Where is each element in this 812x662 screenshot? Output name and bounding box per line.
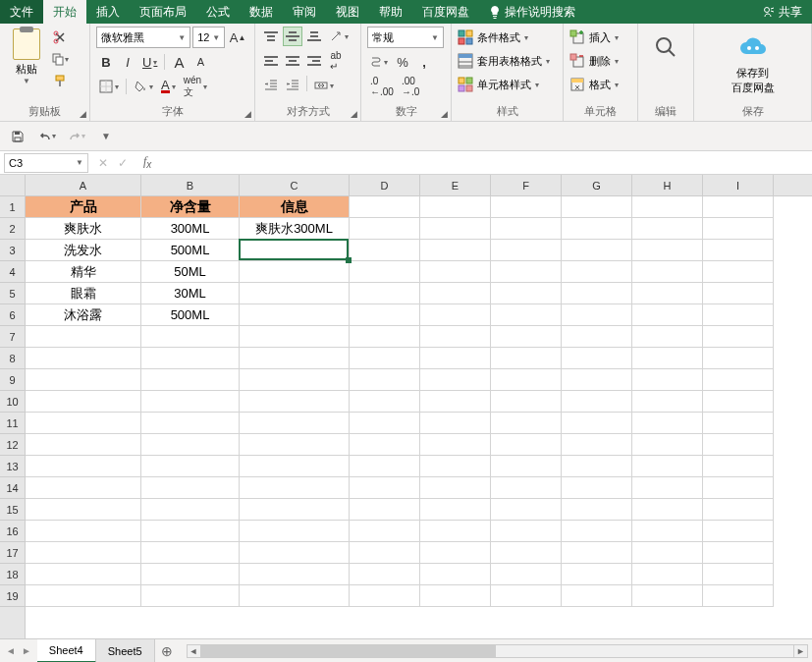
name-box[interactable]: C3 ▼ bbox=[4, 153, 88, 173]
cell-I17[interactable] bbox=[703, 542, 774, 564]
cell-F6[interactable] bbox=[491, 304, 562, 326]
cell-H9[interactable] bbox=[632, 369, 703, 391]
cancel-formula-icon[interactable]: ✕ bbox=[98, 156, 108, 170]
cell-G14[interactable] bbox=[562, 477, 632, 499]
cell-F12[interactable] bbox=[491, 434, 562, 456]
cell-H14[interactable] bbox=[632, 477, 703, 499]
cell-H4[interactable] bbox=[632, 261, 703, 283]
row-header-5[interactable]: 5 bbox=[0, 283, 25, 304]
cell-E12[interactable] bbox=[420, 434, 491, 456]
alignment-launcher-icon[interactable]: ◢ bbox=[351, 109, 357, 119]
insert-cells-button[interactable]: 插入▾ bbox=[569, 27, 631, 48]
cell-G3[interactable] bbox=[562, 240, 632, 261]
hscroll-right-icon[interactable]: ► bbox=[793, 645, 807, 657]
cell-I18[interactable] bbox=[703, 564, 774, 585]
cell-C11[interactable] bbox=[240, 413, 350, 434]
row-header-16[interactable]: 16 bbox=[0, 521, 25, 542]
cell-F15[interactable] bbox=[491, 499, 562, 521]
cell-D14[interactable] bbox=[350, 477, 420, 499]
decrease-indent-button[interactable] bbox=[261, 76, 281, 95]
cell-H6[interactable] bbox=[632, 304, 703, 326]
cell-I16[interactable] bbox=[703, 521, 774, 542]
cell-I4[interactable] bbox=[703, 261, 774, 283]
menu-page-layout[interactable]: 页面布局 bbox=[130, 0, 196, 24]
cell-C4[interactable] bbox=[240, 261, 350, 283]
cell-H17[interactable] bbox=[632, 542, 703, 564]
fill-color-button[interactable]: ▾ bbox=[131, 77, 156, 96]
cell-E19[interactable] bbox=[420, 585, 491, 607]
underline-button[interactable]: U▾ bbox=[139, 52, 160, 72]
row-header-10[interactable]: 10 bbox=[0, 391, 25, 413]
cell-E5[interactable] bbox=[420, 283, 491, 304]
cell-C8[interactable] bbox=[240, 348, 350, 369]
cell-B1[interactable]: 净含量 bbox=[141, 196, 240, 218]
cell-E14[interactable] bbox=[420, 477, 491, 499]
cell-G9[interactable] bbox=[562, 369, 632, 391]
select-all-corner[interactable] bbox=[0, 175, 26, 195]
cell-B2[interactable]: 300ML bbox=[141, 218, 240, 240]
cell-C16[interactable] bbox=[240, 521, 350, 542]
menu-help[interactable]: 帮助 bbox=[369, 0, 412, 24]
cell-H18[interactable] bbox=[632, 564, 703, 585]
increase-decimal-button[interactable]: .0←.00 bbox=[367, 77, 397, 96]
hscroll-thumb[interactable] bbox=[201, 645, 496, 657]
cell-H19[interactable] bbox=[632, 585, 703, 607]
cell-A13[interactable] bbox=[26, 456, 141, 477]
cell-D19[interactable] bbox=[350, 585, 420, 607]
align-top-button[interactable] bbox=[261, 27, 281, 46]
cell-F3[interactable] bbox=[491, 240, 562, 261]
copy-icon[interactable]: ▾ bbox=[51, 50, 69, 68]
column-header-C[interactable]: C bbox=[240, 175, 350, 195]
menu-home[interactable]: 开始 bbox=[43, 0, 86, 24]
cell-D2[interactable] bbox=[350, 218, 420, 240]
cell-A10[interactable] bbox=[26, 391, 141, 413]
cell-B4[interactable]: 50ML bbox=[141, 261, 240, 283]
cell-E8[interactable] bbox=[420, 348, 491, 369]
cell-H13[interactable] bbox=[632, 456, 703, 477]
cell-D11[interactable] bbox=[350, 413, 420, 434]
cell-C10[interactable] bbox=[240, 391, 350, 413]
cell-C5[interactable] bbox=[240, 283, 350, 304]
cell-G5[interactable] bbox=[562, 283, 632, 304]
cell-G15[interactable] bbox=[562, 499, 632, 521]
column-header-D[interactable]: D bbox=[350, 175, 420, 195]
font-name-combo[interactable]: 微软雅黑 ▼ bbox=[96, 27, 190, 48]
phonetic-button[interactable]: wén文▾ bbox=[181, 77, 210, 96]
menu-file[interactable]: 文件 bbox=[0, 0, 43, 24]
cell-F14[interactable] bbox=[491, 477, 562, 499]
cell-F8[interactable] bbox=[491, 348, 562, 369]
clipboard-launcher-icon[interactable]: ◢ bbox=[80, 109, 86, 119]
cell-A5[interactable]: 眼霜 bbox=[26, 283, 141, 304]
column-header-H[interactable]: H bbox=[632, 175, 703, 195]
cell-A19[interactable] bbox=[26, 585, 141, 607]
cell-D12[interactable] bbox=[350, 434, 420, 456]
save-to-cloud-button[interactable]: 保存到 百度网盘 bbox=[700, 27, 805, 95]
cell-B8[interactable] bbox=[141, 348, 240, 369]
cell-F16[interactable] bbox=[491, 521, 562, 542]
cell-I10[interactable] bbox=[703, 391, 774, 413]
cell-F13[interactable] bbox=[491, 456, 562, 477]
cut-icon[interactable] bbox=[51, 28, 69, 46]
cell-G10[interactable] bbox=[562, 391, 632, 413]
cell-G2[interactable] bbox=[562, 218, 632, 240]
align-right-button[interactable] bbox=[304, 51, 324, 71]
cell-F18[interactable] bbox=[491, 564, 562, 585]
cell-E3[interactable] bbox=[420, 240, 491, 261]
cell-C18[interactable] bbox=[240, 564, 350, 585]
cell-I8[interactable] bbox=[703, 348, 774, 369]
cell-H11[interactable] bbox=[632, 413, 703, 434]
cell-B12[interactable] bbox=[141, 434, 240, 456]
cell-H3[interactable] bbox=[632, 240, 703, 261]
cell-H8[interactable] bbox=[632, 348, 703, 369]
cell-C7[interactable] bbox=[240, 326, 350, 348]
redo-button[interactable]: ▾ bbox=[67, 127, 86, 146]
cell-D9[interactable] bbox=[350, 369, 420, 391]
cell-D4[interactable] bbox=[350, 261, 420, 283]
cell-E7[interactable] bbox=[420, 326, 491, 348]
cell-C6[interactable] bbox=[240, 304, 350, 326]
cell-C3[interactable] bbox=[240, 240, 350, 261]
menu-share[interactable]: 共享 bbox=[753, 0, 812, 24]
cell-A6[interactable]: 沐浴露 bbox=[26, 304, 141, 326]
border-button[interactable]: ▾ bbox=[96, 77, 122, 96]
delete-cells-button[interactable]: 删除▾ bbox=[569, 50, 631, 72]
